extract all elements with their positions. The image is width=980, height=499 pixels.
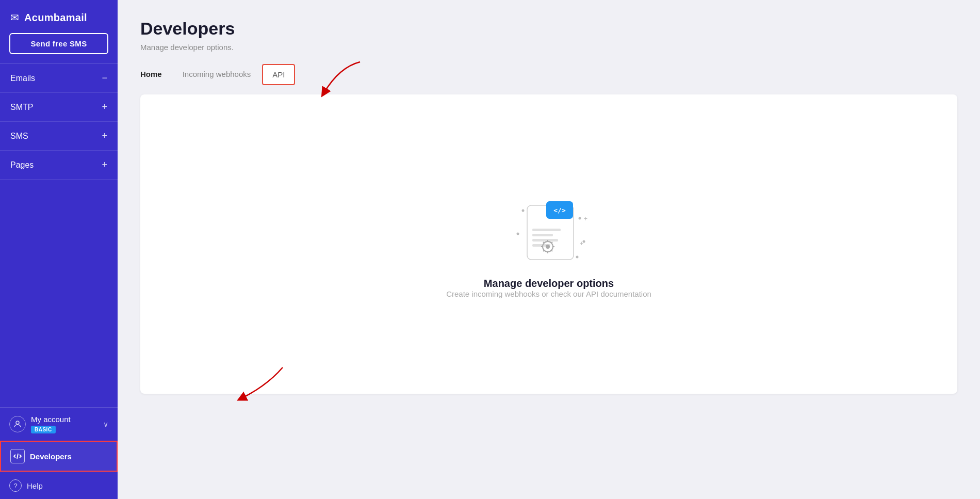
pages-label: Pages	[10, 160, 34, 170]
pages-expand-icon: +	[102, 159, 107, 170]
tab-api[interactable]: API	[262, 64, 295, 85]
svg-rect-15	[532, 234, 553, 236]
content-description: Create incoming webhooks or check our AP…	[446, 289, 651, 298]
main-content: Developers Manage developer options. Hom…	[118, 0, 980, 499]
smtp-expand-icon: +	[102, 102, 107, 112]
sidebar-item-sms[interactable]: SMS +	[0, 122, 118, 151]
help-label: Help	[27, 481, 43, 490]
emails-collapse-icon: −	[102, 73, 107, 84]
svg-rect-16	[532, 239, 558, 242]
help-icon: ?	[9, 479, 22, 492]
developers-label: Developers	[30, 452, 72, 461]
page-header: Developers Manage developer options.	[118, 0, 980, 64]
developer-image: + + + </>	[508, 190, 590, 272]
svg-line-29	[543, 250, 544, 251]
page-title: Developers	[140, 19, 957, 39]
mail-icon: ✉	[10, 11, 19, 24]
sms-expand-icon: +	[102, 131, 107, 141]
svg-point-9	[576, 256, 579, 259]
svg-point-21	[546, 245, 550, 249]
my-account[interactable]: My account BASIC ∨	[0, 408, 118, 441]
svg-line-26	[543, 242, 544, 243]
emails-label: Emails	[10, 74, 35, 83]
page-subtitle: Manage developer options.	[140, 43, 957, 52]
sidebar-logo-text: Acumbamail	[24, 12, 87, 24]
sidebar-bottom: My account BASIC ∨ Developers ? Help	[0, 407, 118, 499]
developer-illustration: + + + </>	[508, 190, 590, 272]
sidebar-logo: ✉ Acumbamail	[0, 0, 118, 33]
sidebar: ✉ Acumbamail Send free SMS Emails − SMTP…	[0, 0, 118, 499]
smtp-label: SMTP	[10, 103, 33, 112]
svg-point-5	[579, 217, 581, 220]
svg-point-4	[522, 210, 525, 212]
sidebar-item-smtp[interactable]: SMTP +	[0, 93, 118, 122]
sms-label: SMS	[10, 132, 28, 141]
send-sms-button[interactable]: Send free SMS	[9, 33, 108, 54]
account-badge: BASIC	[31, 426, 56, 433]
svg-text:</>: </>	[553, 206, 566, 214]
svg-rect-14	[532, 229, 561, 231]
content-card: + + + </>	[140, 94, 957, 394]
tab-home[interactable]: Home	[140, 65, 171, 85]
account-name: My account	[31, 415, 98, 424]
sidebar-item-developers[interactable]: Developers	[0, 441, 118, 472]
sidebar-item-emails[interactable]: Emails −	[0, 64, 118, 93]
account-info: My account BASIC	[31, 415, 98, 433]
svg-text:+: +	[584, 215, 587, 222]
sidebar-item-pages[interactable]: Pages +	[0, 151, 118, 180]
developers-icon	[10, 449, 25, 463]
svg-point-6	[517, 233, 519, 235]
svg-line-28	[551, 242, 552, 243]
sidebar-item-help[interactable]: ? Help	[0, 472, 118, 499]
chevron-down-icon: ∨	[103, 420, 108, 428]
svg-text:+: +	[580, 240, 583, 247]
account-avatar	[9, 416, 26, 432]
tab-incoming-webhooks[interactable]: Incoming webhooks	[173, 65, 260, 85]
tabs-bar: Home Incoming webhooks API	[118, 64, 980, 85]
svg-line-1	[17, 454, 18, 459]
svg-point-0	[16, 421, 19, 424]
content-title: Manage developer options	[484, 278, 614, 289]
svg-line-27	[551, 250, 552, 251]
